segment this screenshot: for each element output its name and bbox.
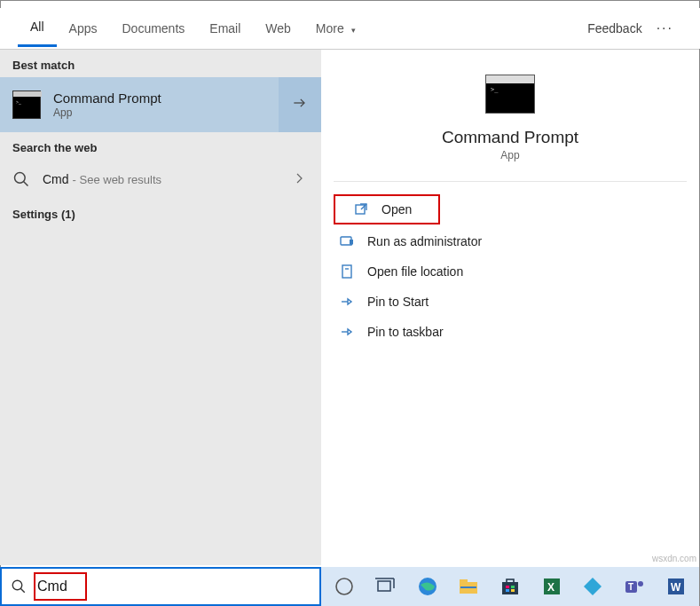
svg-rect-26 [506, 589, 509, 592]
word-icon[interactable]: W [665, 575, 687, 598]
svg-rect-0 [13, 91, 42, 97]
svg-rect-8 [342, 265, 351, 278]
shield-icon [339, 233, 355, 249]
microsoft-store-icon[interactable] [499, 575, 522, 598]
action-pin-start-label: Pin to Start [367, 295, 429, 309]
divider [334, 181, 687, 182]
taskbar: X T W [321, 567, 699, 606]
teams-icon[interactable]: T [624, 575, 646, 598]
preview-subtitle: App [337, 149, 683, 161]
svg-text:W: W [671, 581, 681, 594]
svg-line-4 [24, 182, 28, 186]
edge-icon[interactable] [416, 575, 438, 598]
action-pin-taskbar-label: Pin to taskbar [367, 325, 444, 339]
open-icon [353, 201, 369, 217]
svg-point-33 [638, 581, 643, 586]
tab-more-label: More [316, 21, 344, 35]
tab-more[interactable]: More ▾ [303, 14, 368, 43]
svg-text:X: X [547, 581, 554, 594]
tab-web[interactable]: Web [253, 14, 303, 43]
svg-rect-15 [378, 581, 390, 591]
pin-icon [339, 294, 355, 310]
svg-rect-22 [502, 582, 518, 594]
svg-text:>_: >_ [16, 99, 21, 105]
chevron-down-icon: ▾ [351, 26, 356, 35]
svg-rect-25 [511, 586, 515, 588]
result-text: Command Prompt App [53, 91, 161, 119]
search-icon [12, 170, 30, 188]
action-pin-to-start[interactable]: Pin to Start [321, 287, 699, 317]
search-bar[interactable] [0, 567, 321, 606]
svg-rect-27 [511, 589, 515, 592]
svg-rect-5 [356, 205, 365, 214]
action-run-as-admin[interactable]: Run as administrator [321, 226, 699, 256]
svg-rect-24 [506, 586, 509, 588]
action-pin-to-taskbar[interactable]: Pin to taskbar [321, 317, 699, 347]
search-web-header: Search the web [0, 132, 321, 160]
best-match-result[interactable]: >_ Command Prompt App [0, 77, 321, 132]
action-admin-label: Run as administrator [367, 234, 482, 248]
svg-point-14 [336, 578, 352, 594]
chevron-right-icon [295, 171, 305, 187]
svg-rect-21 [460, 586, 476, 588]
result-title: Command Prompt [53, 91, 161, 106]
file-explorer-icon[interactable] [458, 575, 480, 598]
search-scope-tabs: All Apps Documents Email Web More ▾ Feed… [0, 8, 700, 49]
excel-icon[interactable]: X [540, 575, 562, 598]
preview-panel: Command Prompt App Open Run as administr… [321, 49, 699, 565]
arrow-right-icon [291, 94, 309, 115]
task-view-icon[interactable] [375, 575, 397, 598]
result-subtitle: App [53, 106, 161, 119]
command-prompt-icon: >_ [12, 91, 41, 119]
preview-title: Command Prompt [337, 128, 683, 147]
action-folder-label: Open file location [367, 264, 463, 279]
tab-email[interactable]: Email [197, 14, 253, 43]
watermark: wsxdn.com [652, 554, 696, 563]
svg-point-3 [15, 173, 26, 184]
search-icon [11, 578, 27, 594]
svg-point-12 [12, 580, 22, 590]
web-result[interactable]: Cmd - See web results [0, 160, 321, 199]
tab-apps[interactable]: Apps [57, 14, 110, 43]
kodi-icon[interactable] [582, 575, 604, 598]
search-input[interactable] [35, 569, 311, 604]
svg-rect-23 [507, 579, 514, 583]
more-options-button[interactable]: ··· [648, 13, 682, 43]
svg-rect-20 [460, 579, 468, 583]
cortana-icon[interactable] [334, 575, 356, 598]
action-list: Open Run as administrator Open file loca… [321, 194, 699, 347]
action-open-label: Open [381, 202, 412, 216]
tab-all[interactable]: All [18, 12, 57, 47]
action-open-file-location[interactable]: Open file location [321, 256, 699, 287]
svg-text:T: T [628, 582, 633, 592]
action-open[interactable]: Open [334, 194, 440, 224]
svg-marker-30 [584, 578, 602, 595]
web-result-subtitle: - See web results [73, 173, 161, 186]
svg-line-13 [20, 588, 25, 593]
open-preview-button[interactable] [279, 77, 321, 132]
best-match-header: Best match [0, 50, 321, 77]
folder-icon [339, 264, 355, 279]
results-panel: Best match >_ Command Prompt App Search … [0, 49, 321, 565]
command-prompt-large-icon [485, 75, 535, 114]
pin-icon [339, 324, 355, 340]
web-result-title: Cmd [43, 172, 69, 186]
settings-header: Settings (1) [0, 199, 321, 226]
feedback-button[interactable]: Feedback [582, 14, 647, 43]
tab-documents[interactable]: Documents [109, 14, 197, 43]
